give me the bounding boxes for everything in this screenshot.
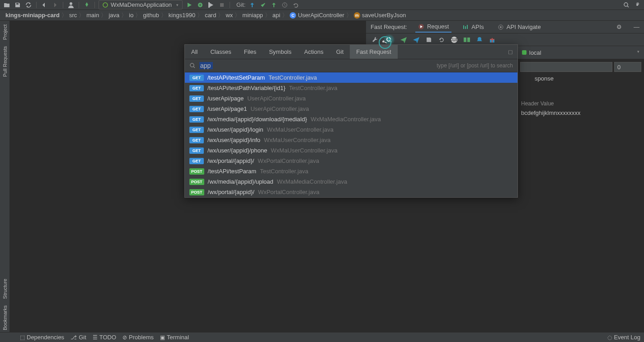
fr-tab-apis[interactable]: APIs xyxy=(460,22,486,32)
avatar-icon[interactable] xyxy=(67,1,75,9)
se-result-row[interactable]: POST /wx/portal/{appid}/ WxPortalControl… xyxy=(185,187,517,197)
stop-icon[interactable] xyxy=(218,1,226,9)
se-pin-icon[interactable]: ◻ xyxy=(503,45,517,59)
se-result-path: /userApi/page1 xyxy=(207,105,247,112)
se-tab-symbols[interactable]: Symbols xyxy=(263,45,298,59)
fr-doc-icon[interactable] xyxy=(463,36,471,44)
se-result-file: WxMaMediaController.java xyxy=(310,116,381,123)
se-result-row[interactable]: GET /userApi/page1 UserApiController.jav… xyxy=(185,104,517,114)
open-icon[interactable] xyxy=(3,1,11,9)
fast-request-title: Fast Request: xyxy=(371,24,407,30)
se-result-file: WxMaUserController.java xyxy=(264,137,330,143)
back-icon[interactable] xyxy=(40,1,48,9)
se-result-row[interactable]: GET /wx/user/{appid}/phone WxMaUserContr… xyxy=(185,145,517,156)
se-search-input[interactable] xyxy=(199,62,213,69)
se-result-row[interactable]: POST /wx/media/{appid}/upload WxMaMediaC… xyxy=(185,176,517,187)
se-result-file: WxMaUserController.java xyxy=(271,147,337,154)
settings-icon[interactable] xyxy=(633,1,641,9)
save-icon[interactable] xyxy=(14,1,22,9)
se-tab-all[interactable]: All xyxy=(185,45,204,59)
fr-header-value-label: Header Value xyxy=(521,100,640,107)
crumb[interactable]: api xyxy=(271,12,282,19)
se-result-row[interactable]: GET /wx/user/{appid}/login WxMaUserContr… xyxy=(185,124,517,135)
svg-rect-18 xyxy=(467,38,470,42)
http-method-badge: GET xyxy=(189,85,204,91)
status-todo[interactable]: ☰ TODO xyxy=(93,334,116,341)
crumb-class[interactable]: CUserApiController xyxy=(288,12,346,19)
se-result-row[interactable]: GET /testAPi/testPathVariable/{id1} Test… xyxy=(185,83,517,93)
git-update-icon[interactable] xyxy=(248,1,256,9)
se-tab-files[interactable]: Files xyxy=(238,45,263,59)
crumb[interactable]: src xyxy=(67,12,79,19)
fr-settings-icon[interactable]: ⚙ xyxy=(616,24,622,30)
fr-tab-request[interactable]: Request xyxy=(415,21,451,33)
forward-icon[interactable] xyxy=(51,1,59,9)
se-result-row[interactable]: GET /testAPi/testSetParam TestController… xyxy=(185,72,517,83)
left-tool-strip: Project Pull Requests Structure Bookmark… xyxy=(0,21,10,332)
se-tab-classes[interactable]: Classes xyxy=(204,45,237,59)
git-push-icon[interactable] xyxy=(270,1,278,9)
fr-retry-icon[interactable] xyxy=(437,36,446,44)
tool-project[interactable]: Project xyxy=(2,23,8,42)
crumb[interactable]: wx xyxy=(224,12,235,19)
svg-point-22 xyxy=(190,63,194,67)
tool-pull-requests[interactable]: Pull Requests xyxy=(2,44,8,79)
crumb[interactable]: card xyxy=(203,12,218,19)
tool-structure[interactable]: Structure xyxy=(2,277,8,301)
se-results: GET /testAPi/testSetParam TestController… xyxy=(185,72,517,197)
debug-icon[interactable] xyxy=(196,1,204,9)
fr-url-input[interactable] xyxy=(520,62,612,72)
se-result-file: WxPortalController.java xyxy=(258,157,319,164)
fr-tab-navigate[interactable]: API Navigate xyxy=(495,22,544,32)
crumb[interactable]: io xyxy=(127,12,135,19)
run-config-selector[interactable]: WxMaDemoApplication xyxy=(99,0,183,10)
status-event-log[interactable]: ◌ Event Log xyxy=(607,334,640,341)
run-icon[interactable] xyxy=(185,1,193,9)
fr-response-label: sponse xyxy=(535,75,554,82)
se-result-row[interactable]: GET /wx/media/{appid}/download/{mediaId}… xyxy=(185,114,517,124)
crumb[interactable]: kings1990 xyxy=(167,12,197,19)
git-commit-icon[interactable] xyxy=(259,1,267,9)
svg-point-7 xyxy=(624,3,628,6)
fr-env-select[interactable]: local xyxy=(529,49,639,56)
fr-wrench-icon[interactable] xyxy=(371,36,379,44)
se-result-row[interactable]: GET /wx/user/{appid}/info WxMaUserContro… xyxy=(185,135,517,145)
fr-search-icon[interactable] xyxy=(383,34,395,46)
sync-icon[interactable] xyxy=(24,1,33,9)
se-result-row[interactable]: GET /userApi/page UserApiController.java xyxy=(185,93,517,104)
se-tab-fast-request[interactable]: Fast Request xyxy=(350,45,397,59)
crumb[interactable]: main xyxy=(85,12,101,19)
se-tab-git[interactable]: Git xyxy=(330,45,350,59)
se-result-row[interactable]: POST /testAPi/testParam TestController.j… xyxy=(185,166,517,176)
status-problems[interactable]: ⊘ Problems xyxy=(122,334,154,341)
status-terminal[interactable]: ▣ Terminal xyxy=(160,334,189,341)
se-tab-actions[interactable]: Actions xyxy=(298,45,330,59)
fr-gift-icon[interactable] xyxy=(488,36,496,44)
crumb[interactable]: github xyxy=(141,12,160,19)
svg-rect-9 xyxy=(463,25,464,29)
fr-send-icon[interactable] xyxy=(400,36,408,44)
tool-bookmarks[interactable]: Bookmarks xyxy=(2,304,8,332)
crumb[interactable]: java xyxy=(107,12,121,19)
fr-notify-icon[interactable] xyxy=(475,36,484,44)
crumb[interactable]: miniapp xyxy=(240,12,265,19)
svg-text:curl: curl xyxy=(451,36,458,43)
fast-request-header: Fast Request: Request APIs API Navigate … xyxy=(366,21,644,33)
http-method-badge: GET xyxy=(189,75,204,81)
crumb-method[interactable]: msaveUserByJson xyxy=(352,12,408,19)
fr-send-download-icon[interactable] xyxy=(412,36,420,44)
crumb-root[interactable]: kings-miniapp-card xyxy=(4,12,61,19)
build-icon[interactable] xyxy=(83,1,91,9)
fr-curl-icon[interactable]: curl xyxy=(450,36,458,44)
coverage-icon[interactable] xyxy=(207,1,215,9)
se-result-path: /testAPi/testPathVariable/{id1} xyxy=(207,85,285,91)
status-dependencies[interactable]: ⬚ Dependencies xyxy=(20,334,64,341)
git-history-icon[interactable] xyxy=(281,1,289,9)
fr-hide-icon[interactable]: — xyxy=(634,24,639,30)
git-rollback-icon[interactable] xyxy=(291,1,300,9)
fr-number-input[interactable] xyxy=(614,62,641,72)
se-result-row[interactable]: GET /wx/portal/{appid}/ WxPortalControll… xyxy=(185,156,517,166)
search-icon[interactable] xyxy=(622,1,630,9)
status-git[interactable]: ⎇ Git xyxy=(71,334,86,341)
fr-save-icon[interactable] xyxy=(425,36,433,44)
